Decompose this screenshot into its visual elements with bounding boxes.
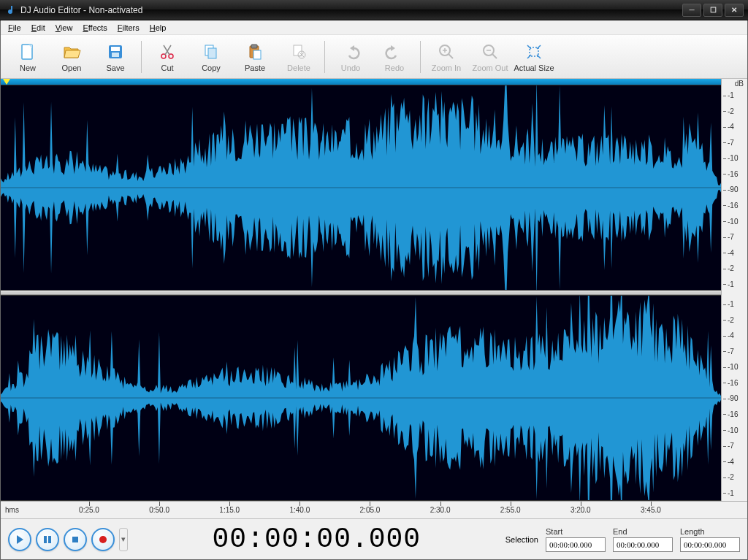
db-tick: -7 — [728, 233, 734, 241]
play-button[interactable] — [8, 528, 31, 551]
svg-marker-17 — [391, 45, 395, 51]
selection-end-label: End — [613, 527, 673, 536]
menu-edit[interactable]: Edit — [27, 22, 50, 34]
actual-size-button[interactable]: Actual Size — [513, 38, 555, 76]
time-selector-bar[interactable] — [1, 79, 721, 85]
selection-length-input[interactable] — [680, 537, 740, 552]
undo-icon — [340, 42, 361, 62]
menu-effects[interactable]: Effects — [78, 22, 111, 34]
delete-icon — [289, 42, 309, 62]
paste-icon — [245, 42, 265, 62]
svg-rect-5 — [111, 47, 120, 51]
new-label: New — [20, 64, 36, 72]
svg-rect-12 — [251, 45, 257, 48]
time-ruler[interactable]: hms 0:25.00:50.01:15.01:40.02:05.02:30.0… — [1, 501, 747, 518]
svg-rect-1 — [11, 6, 12, 11]
save-button[interactable]: Save — [94, 38, 137, 76]
svg-rect-25 — [48, 536, 51, 543]
selection-label: Selection — [505, 535, 538, 544]
db-tick: -2 — [728, 316, 734, 324]
waveform-area: dB -1-2-4-7-10-16-90-16-10-7-4-2-1 -1-2-… — [1, 79, 747, 501]
db-tick: -4 — [728, 123, 734, 131]
svg-rect-2 — [22, 45, 32, 59]
selection-start-input[interactable] — [546, 537, 606, 552]
time-tick: 3:45.0 — [629, 502, 673, 514]
actual-size-icon — [524, 42, 544, 62]
stop-button[interactable] — [64, 528, 87, 551]
new-button[interactable]: New — [7, 38, 49, 76]
menu-view[interactable]: View — [51, 22, 77, 34]
undo-label: Undo — [341, 64, 360, 72]
toolbar-separator — [420, 41, 421, 73]
playhead-marker[interactable] — [3, 79, 10, 85]
time-tick: 2:05.0 — [348, 502, 392, 514]
selection-length-label: Length — [680, 527, 740, 536]
time-tick: 0:50.0 — [137, 502, 181, 514]
redo-label: Redo — [385, 64, 404, 72]
copy-icon — [201, 42, 221, 62]
window-titlebar: DJ Audio Editor - Non-activated ─ ☐ ✕ — [0, 0, 748, 20]
db-tick: -1 — [728, 300, 734, 308]
time-tick: 1:15.0 — [207, 502, 251, 514]
selection-end-input[interactable] — [613, 537, 673, 552]
time-tick: 3:20.0 — [559, 502, 603, 514]
close-button[interactable]: ✕ — [725, 4, 744, 17]
zoom-in-icon — [436, 42, 457, 62]
open-button[interactable]: Open — [50, 38, 93, 76]
db-tick: -7 — [728, 348, 734, 356]
zoom-out-button[interactable]: Zoom Out — [469, 38, 511, 76]
menu-bar: File Edit View Effects Filters Help — [1, 20, 747, 35]
db-tick: -1 — [728, 280, 734, 288]
time-tick: 2:30.0 — [419, 502, 462, 514]
time-unit-label: hms — [1, 502, 19, 514]
record-dropdown[interactable]: ▾ — [119, 528, 128, 551]
db-tick: -10 — [728, 363, 738, 371]
paste-button[interactable]: Paste — [234, 38, 276, 76]
db-tick: -90 — [728, 185, 738, 193]
minimize-button[interactable]: ─ — [682, 4, 701, 17]
maximize-button[interactable]: ☐ — [703, 4, 722, 17]
toolbar-separator — [324, 41, 325, 73]
toolbar: New Open Save Cut Copy — [1, 35, 747, 79]
record-button[interactable] — [91, 528, 115, 551]
scissors-icon — [157, 42, 178, 62]
transport-bar: ▾ 00:00:00.000 Selection Start End Lengt… — [1, 518, 747, 559]
db-tick: -7 — [728, 139, 734, 147]
selection-start-label: Start — [546, 527, 606, 536]
db-tick: -90 — [728, 394, 738, 402]
svg-rect-6 — [112, 53, 119, 57]
db-tick: -10 — [728, 426, 738, 434]
db-tick: -16 — [728, 379, 738, 387]
db-tick: -10 — [728, 154, 738, 162]
copy-button[interactable]: Copy — [190, 38, 232, 76]
actual-size-label: Actual Size — [514, 64, 554, 72]
svg-rect-13 — [253, 50, 261, 59]
delete-button[interactable]: Delete — [278, 38, 320, 76]
copy-label: Copy — [202, 64, 221, 72]
time-tick: 0:25.0 — [67, 502, 111, 514]
db-scale-left: -1-2-4-7-10-16-90-16-10-7-4-2-1 — [722, 88, 747, 292]
db-tick: -4 — [728, 249, 734, 257]
zoom-in-button[interactable]: Zoom In — [425, 38, 468, 76]
db-tick: -1 — [728, 91, 734, 99]
db-tick: -10 — [728, 218, 738, 226]
redo-button[interactable]: Redo — [373, 38, 416, 76]
db-tick: -2 — [728, 107, 734, 115]
undo-button[interactable]: Undo — [329, 38, 372, 76]
app-icon — [4, 4, 16, 16]
folder-open-icon — [61, 42, 82, 62]
db-tick: -2 — [728, 473, 734, 481]
time-tick: 1:40.0 — [278, 502, 321, 514]
menu-file[interactable]: File — [4, 22, 26, 34]
waveform-right-channel[interactable] — [1, 295, 721, 501]
svg-rect-24 — [44, 536, 47, 543]
cut-button[interactable]: Cut — [146, 38, 188, 76]
time-tick: 2:55.0 — [489, 502, 533, 514]
open-label: Open — [62, 64, 82, 72]
menu-filters[interactable]: Filters — [113, 22, 144, 34]
pause-button[interactable] — [36, 528, 59, 551]
new-file-icon — [18, 42, 38, 62]
menu-help[interactable]: Help — [145, 22, 171, 34]
waveform-left-channel[interactable] — [1, 85, 721, 291]
paste-label: Paste — [245, 64, 265, 72]
